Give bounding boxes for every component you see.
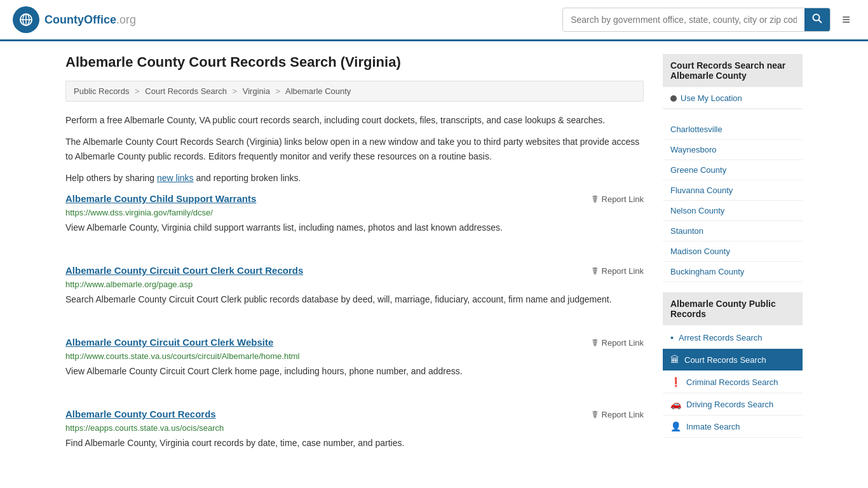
result-header: Albemarle County Circuit Court Clerk Cou… [65, 265, 644, 277]
description-3: Help others by sharing new links and rep… [65, 171, 644, 185]
breadcrumb-virginia[interactable]: Virginia [243, 86, 270, 96]
record-item[interactable]: ▪ Arrest Records Search [663, 327, 803, 349]
record-link-4[interactable]: 👤 Inmate Search [663, 416, 803, 437]
logo[interactable]: CountyOffice.org [13, 6, 136, 33]
report-icon-3: ☤ [592, 409, 599, 421]
report-link-2[interactable]: ☤ Report Link [592, 337, 644, 349]
record-label-1: Court Records Search [684, 355, 766, 365]
breadcrumb-public-records[interactable]: Public Records [74, 86, 129, 96]
record-icon-1: 🏛 [670, 355, 679, 365]
result-header: Albemarle County Circuit Court Clerk Web… [65, 337, 644, 349]
record-link-0[interactable]: ▪ Arrest Records Search [663, 327, 803, 348]
result-entry: Albemarle County Circuit Court Clerk Cou… [65, 265, 644, 322]
result-entry: Albemarle County Court Records ☤ Report … [65, 409, 644, 465]
logo-text: CountyOffice.org [44, 13, 136, 26]
nearby-links-container: CharlottesvilleWaynesboroGreene CountyFl… [663, 119, 803, 282]
nearby-link-5[interactable]: Staunton [663, 221, 803, 241]
site-header: CountyOffice.org ≡ [0, 0, 868, 41]
record-label-0: Arrest Records Search [679, 333, 763, 342]
nearby-item[interactable]: Nelson County [663, 201, 803, 221]
nearby-item[interactable]: Madison County [663, 241, 803, 262]
use-my-location-item[interactable]: Use My Location [663, 88, 803, 109]
hamburger-menu-button[interactable]: ≡ [837, 9, 855, 30]
location-icon [670, 95, 677, 102]
nearby-item[interactable]: Charlottesville [663, 119, 803, 140]
report-link-0[interactable]: ☤ Report Link [592, 193, 644, 205]
result-desc-1: Search Albemarle County Circuit Court Cl… [65, 293, 644, 306]
report-link-3[interactable]: ☤ Report Link [592, 409, 644, 421]
result-title-3[interactable]: Albemarle County Court Records [65, 409, 216, 419]
report-icon-0: ☤ [592, 193, 599, 205]
result-desc-2: View Albemarle County Circuit Court Cler… [65, 365, 644, 378]
nearby-section-title: Court Records Search near Albemarle Coun… [663, 54, 803, 87]
records-list: ▪ Arrest Records Search 🏛 Court Records … [663, 327, 803, 438]
record-icon-4: 👤 [670, 421, 681, 431]
nearby-link-6[interactable]: Madison County [663, 241, 803, 261]
report-icon-1: ☤ [592, 265, 599, 277]
report-icon-2: ☤ [592, 337, 599, 349]
header-right: ≡ [562, 8, 855, 32]
nearby-link-2[interactable]: Greene County [663, 160, 803, 180]
sidebar: Court Records Search near Albemarle Coun… [663, 54, 803, 480]
svg-point-5 [813, 15, 820, 21]
logo-icon [13, 6, 39, 33]
search-button[interactable] [804, 8, 830, 31]
result-url-3[interactable]: https://eapps.courts.state.va.us/ocis/se… [65, 423, 644, 433]
record-label-4: Inmate Search [686, 422, 740, 431]
result-url-2[interactable]: http://www.courts.state.va.us/courts/cir… [65, 351, 644, 361]
result-desc-0: View Albemarle County, Virginia child su… [65, 221, 644, 234]
nearby-item[interactable]: Greene County [663, 160, 803, 180]
use-my-location-label: Use My Location [681, 93, 742, 103]
record-label-3: Driving Records Search [686, 400, 773, 409]
nearby-link-4[interactable]: Nelson County [663, 201, 803, 220]
main-container: Albemarle County Court Records Search (V… [53, 41, 815, 488]
page-title: Albemarle County Court Records Search (V… [65, 54, 644, 71]
search-bar [562, 8, 831, 32]
breadcrumb: Public Records > Court Records Search > … [65, 81, 644, 102]
record-item[interactable]: 🏛 Court Records Search [663, 349, 803, 371]
report-link-1[interactable]: ☤ Report Link [592, 265, 644, 277]
record-item[interactable]: 🚗 Driving Records Search [663, 393, 803, 416]
record-item[interactable]: 👤 Inmate Search [663, 416, 803, 438]
nearby-item[interactable]: Fluvanna County [663, 180, 803, 201]
records-section-title: Albemarle County Public Records [663, 292, 803, 325]
nearby-item[interactable]: Staunton [663, 221, 803, 241]
record-link-1[interactable]: 🏛 Court Records Search [663, 349, 803, 370]
result-entry: Albemarle County Circuit Court Clerk Web… [65, 337, 644, 393]
result-url-0[interactable]: https://www.dss.virginia.gov/family/dcse… [65, 208, 644, 217]
record-item[interactable]: ❗ Criminal Records Search [663, 371, 803, 393]
result-header: Albemarle County Court Records ☤ Report … [65, 409, 644, 421]
search-input[interactable] [563, 10, 804, 30]
content-area: Albemarle County Court Records Search (V… [65, 54, 644, 480]
record-link-3[interactable]: 🚗 Driving Records Search [663, 393, 803, 415]
record-icon-2: ❗ [670, 377, 681, 387]
nearby-item[interactable]: Buckingham County [663, 262, 803, 282]
nearby-link-3[interactable]: Fluvanna County [663, 180, 803, 200]
new-links-link[interactable]: new links [157, 173, 194, 183]
description-1: Perform a free Albemarle County, VA publ… [65, 113, 644, 127]
nearby-link-1[interactable]: Waynesboro [663, 140, 803, 159]
record-link-2[interactable]: ❗ Criminal Records Search [663, 371, 803, 393]
result-entry: Albemarle County Child Support Warrants … [65, 193, 644, 250]
description-2: The Albemarle County Court Records Searc… [65, 135, 644, 163]
nearby-link-0[interactable]: Charlottesville [663, 119, 803, 139]
nearby-item[interactable]: Waynesboro [663, 140, 803, 160]
record-label-2: Criminal Records Search [686, 377, 778, 387]
result-url-1[interactable]: http://www.albemarle.org/page.asp [65, 280, 644, 289]
breadcrumb-current: Albemarle County [285, 86, 351, 96]
svg-line-6 [819, 20, 822, 24]
breadcrumb-court-records[interactable]: Court Records Search [145, 86, 227, 96]
nearby-list: Use My Location [663, 88, 803, 109]
result-desc-3: Find Albemarle County, Virginia court re… [65, 437, 644, 450]
result-header: Albemarle County Child Support Warrants … [65, 193, 644, 205]
result-title-1[interactable]: Albemarle County Circuit Court Clerk Cou… [65, 265, 303, 276]
nearby-link-7[interactable]: Buckingham County [663, 262, 803, 281]
results-container: Albemarle County Child Support Warrants … [65, 193, 644, 465]
result-title-0[interactable]: Albemarle County Child Support Warrants [65, 193, 256, 204]
result-title-2[interactable]: Albemarle County Circuit Court Clerk Web… [65, 337, 273, 348]
record-icon-0: ▪ [670, 332, 674, 342]
record-icon-3: 🚗 [670, 399, 681, 409]
nearby-links-list: CharlottesvilleWaynesboroGreene CountyFl… [663, 119, 803, 282]
